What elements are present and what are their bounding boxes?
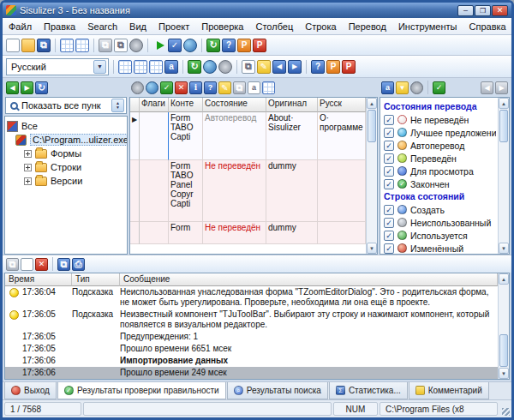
filter-complete[interactable]: Закончен [384, 177, 496, 190]
maximize-button[interactable] [475, 5, 491, 16]
view-both-icon[interactable] [149, 60, 163, 74]
menu-edit[interactable]: Правка [38, 20, 81, 33]
expand-plus-icon[interactable] [24, 164, 32, 171]
translate-globe-icon[interactable] [203, 60, 217, 74]
log-column-type[interactable]: Тип [72, 273, 120, 286]
translation-cell[interactable] [318, 222, 366, 244]
engine-gear-icon[interactable] [218, 60, 232, 74]
column-header-russian[interactable]: Русск [318, 98, 366, 112]
log-vertical-scrollbar[interactable] [498, 273, 509, 379]
language-select[interactable]: Русский [6, 58, 109, 75]
filter-row-unused[interactable]: Неиспользованный [384, 216, 496, 229]
help-icon[interactable] [222, 39, 236, 52]
checkbox-checked[interactable] [384, 218, 394, 228]
scrollbar-thumb[interactable] [368, 110, 376, 142]
pdf-manual-icon[interactable] [237, 39, 251, 52]
accept-translation-icon[interactable] [160, 81, 173, 94]
exchange-globe-icon[interactable] [183, 39, 197, 52]
checkbox-checked[interactable] [384, 205, 394, 215]
state-cell[interactable]: Не переведён [203, 222, 266, 244]
checkbox-checked[interactable] [384, 115, 394, 125]
sync-tree-icon[interactable] [35, 81, 48, 94]
checkbox-checked[interactable] [384, 231, 394, 241]
reject-translation-icon[interactable] [175, 81, 188, 94]
copy-log-icon[interactable] [6, 258, 19, 271]
expand-panel-icon[interactable] [495, 81, 508, 94]
filter-row-used[interactable]: Используется [384, 229, 496, 242]
print-log-icon[interactable] [72, 258, 85, 271]
log-column-time[interactable]: Время [5, 273, 72, 286]
checkbox-checked[interactable] [384, 179, 394, 189]
translation-cell[interactable]: О· программе [318, 112, 366, 160]
layout-table-icon[interactable] [262, 81, 275, 94]
check-all-icon[interactable] [433, 81, 445, 94]
grid-row-2[interactable]: Form TABO Panel Copyr Capti Не переведён… [130, 160, 366, 222]
grid-table[interactable]: Флаги Конте Состояние Оригинал Русск For… [130, 98, 366, 254]
tab-comment[interactable]: Комментарий [409, 382, 489, 399]
column-header-flags[interactable]: Флаги [140, 98, 169, 112]
menu-column[interactable]: Столбец [250, 20, 300, 33]
copy-icon[interactable] [99, 39, 112, 52]
menu-project[interactable]: Проект [152, 20, 195, 33]
import-icon[interactable] [60, 39, 74, 52]
back-icon[interactable] [6, 81, 19, 94]
translation-cell[interactable] [318, 160, 366, 222]
columns-icon[interactable] [164, 60, 178, 74]
original-cell[interactable]: About· Sisulizer [266, 112, 318, 160]
original-cell[interactable]: dummy [266, 160, 318, 222]
view-form-icon[interactable] [134, 60, 147, 74]
expand-plus-icon[interactable] [24, 150, 32, 158]
scrollbar-track[interactable] [499, 143, 509, 243]
forward-icon[interactable] [21, 81, 33, 94]
tab-output[interactable]: Выход [4, 382, 57, 399]
filter-for-review[interactable]: Для просмотра [384, 165, 496, 177]
resize-grip[interactable] [499, 402, 510, 416]
edit-cell-icon[interactable] [218, 81, 231, 94]
grid-row-3[interactable]: Form Не переведён dummy [130, 222, 366, 244]
checkbox-checked[interactable] [384, 128, 394, 138]
flags-cell[interactable] [140, 222, 169, 244]
flags-cell-selected[interactable] [140, 112, 169, 160]
log-column-message[interactable]: Сообщение [120, 273, 498, 286]
scrollbar-thumb[interactable] [499, 110, 508, 142]
edit-translation-icon[interactable] [257, 60, 271, 74]
tree-filter-select[interactable]: Показать все пунк [5, 97, 127, 114]
checkbox-checked[interactable] [384, 153, 394, 164]
scroll-up-icon[interactable] [499, 98, 509, 109]
auto-translate-icon[interactable] [146, 81, 158, 94]
checkbox-checked[interactable] [384, 243, 394, 254]
log-row[interactable]: 17:36:06 Импортирование данных [5, 355, 498, 367]
tab-search-results[interactable]: Результаты поиска [227, 382, 328, 399]
context-cell[interactable]: Form TABO Panel Copyr Capti [169, 160, 203, 222]
grid-vertical-scrollbar[interactable] [366, 98, 377, 254]
tab-validation-results[interactable]: Результаты проверки правильности [57, 382, 226, 399]
context-cell[interactable]: Form TABO Capti [169, 112, 203, 160]
log-table[interactable]: Время Тип Сообщение 17:36:04 Подсказка Н… [5, 273, 498, 379]
pdf-tutorial-icon[interactable] [253, 39, 266, 52]
scroll-up-icon[interactable] [499, 273, 509, 285]
open-project-icon[interactable] [21, 39, 35, 52]
context-cell[interactable]: Form [169, 222, 203, 244]
states-vertical-scrollbar[interactable] [498, 98, 509, 254]
scroll-down-icon[interactable] [367, 243, 377, 254]
export-icon[interactable] [75, 39, 89, 52]
minimize-button[interactable] [457, 5, 474, 16]
context-help-icon[interactable] [311, 60, 325, 74]
menu-help[interactable]: Справка [463, 20, 512, 33]
log-row[interactable]: 17:36:05 Предупреждения: 1 [5, 331, 498, 343]
scrollbar-thumb[interactable] [499, 334, 508, 367]
project-tree[interactable]: Все C:\Program...ulizer.exe Формы Строки [4, 116, 128, 255]
menu-row[interactable]: Строка [299, 20, 342, 33]
log-row[interactable]: 17:36:04 Подсказка Неиспользованная унас… [5, 286, 498, 309]
collapse-panel-icon[interactable] [481, 81, 493, 94]
new-file-icon[interactable] [6, 39, 20, 52]
close-button[interactable] [492, 5, 508, 16]
expand-plus-icon[interactable] [24, 177, 32, 185]
chevron-down-icon[interactable] [93, 60, 106, 74]
scroll-down-icon[interactable] [499, 243, 509, 254]
view-grid-icon[interactable] [118, 60, 132, 74]
grid-help-icon[interactable] [204, 81, 217, 94]
tab-statistics[interactable]: Статистика... [329, 382, 408, 399]
column-header-original[interactable]: Оригинал [266, 98, 318, 112]
sort-icon[interactable] [381, 81, 394, 94]
